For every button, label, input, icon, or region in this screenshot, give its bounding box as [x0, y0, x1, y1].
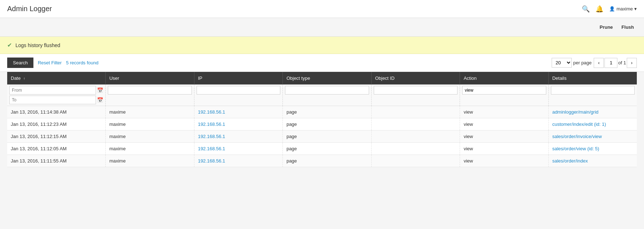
cell-action: view [460, 155, 549, 167]
cell-ip[interactable]: 192.168.56.1 [194, 118, 283, 130]
per-page-wrap: 20 50 100 per page [552, 58, 592, 68]
table-row: Jan 13, 2016, 11:11:55 AMmaxime192.168.5… [7, 155, 637, 167]
cell-details[interactable]: sales/order/index [548, 155, 637, 167]
search-bar-right: 20 50 100 per page ‹ of 1 › [552, 58, 637, 68]
link-ip[interactable]: 192.168.56.1 [198, 158, 225, 164]
pagination: ‹ of 1 › [594, 58, 637, 68]
col-details[interactable]: Details [548, 72, 637, 84]
calendar-from-icon[interactable]: 📅 [97, 87, 103, 93]
bell-icon[interactable]: 🔔 [595, 5, 603, 13]
table-row: Jan 13, 2016, 11:12:23 AMmaxime192.168.5… [7, 118, 637, 130]
total-pages: of 1 [618, 60, 626, 65]
calendar-to-icon[interactable]: 📅 [97, 97, 103, 103]
cell-ip[interactable]: 192.168.56.1 [194, 143, 283, 155]
user-menu[interactable]: 👤 maxime ▾ [609, 6, 637, 12]
top-bar: Admin Logger 🔍 🔔 👤 maxime ▾ [0, 0, 644, 18]
search-icon[interactable]: 🔍 [582, 5, 590, 13]
per-page-select[interactable]: 20 50 100 [552, 58, 572, 68]
cell-object_id [371, 143, 460, 155]
table-wrap: Date ↑ User IP Object type Object ID Act… [0, 72, 644, 174]
notification-message: Logs history flushed [15, 42, 60, 48]
cell-object_id [371, 118, 460, 130]
table-row: Jan 13, 2016, 11:14:38 AMmaxime192.168.5… [7, 106, 637, 118]
user-filter-input[interactable] [108, 86, 192, 95]
link-details[interactable]: sales/order/invoice/view [552, 134, 602, 139]
cell-date: Jan 13, 2016, 11:12:23 AM [7, 118, 106, 130]
link-ip[interactable]: 192.168.56.1 [198, 146, 225, 151]
cell-ip[interactable]: 192.168.56.1 [194, 130, 283, 143]
col-object-id[interactable]: Object ID [371, 72, 460, 84]
col-date[interactable]: Date ↑ [7, 72, 106, 84]
cell-object_type: page [283, 130, 372, 143]
flush-button[interactable]: Flush [618, 22, 637, 32]
table-header-row: Date ↑ User IP Object type Object ID Act… [7, 72, 637, 84]
cell-details[interactable]: sales/order/view (id: 5) [548, 143, 637, 155]
cell-object_type: page [283, 155, 372, 167]
link-details[interactable]: sales/order/index [552, 158, 588, 164]
link-ip[interactable]: 192.168.56.1 [198, 134, 225, 139]
filter-date-cell: 📅 📅 [7, 84, 106, 106]
details-filter-input[interactable] [551, 86, 635, 95]
cell-details[interactable]: customer/index/edit (id: 1) [548, 118, 637, 130]
cell-details[interactable]: sales/order/invoice/view [548, 130, 637, 143]
table-row: Jan 13, 2016, 11:12:05 AMmaxime192.168.5… [7, 143, 637, 155]
page-title: Admin Logger [7, 5, 52, 13]
cell-user: maxime [106, 143, 194, 155]
cell-object_id [371, 106, 460, 118]
date-from-input[interactable] [9, 86, 96, 95]
cell-object_type: page [283, 106, 372, 118]
col-object-type[interactable]: Object type [283, 72, 372, 84]
filter-ip-cell [194, 84, 283, 106]
top-bar-right: 🔍 🔔 👤 maxime ▾ [582, 5, 637, 13]
cell-object_id [371, 155, 460, 167]
notification-bar: ✔ Logs history flushed [0, 37, 644, 54]
action-filter-input[interactable] [462, 86, 546, 95]
link-details[interactable]: sales/order/view (id: 5) [552, 146, 599, 151]
col-user[interactable]: User [106, 72, 194, 84]
dropdown-icon: ▾ [634, 6, 637, 12]
filter-row: 📅 📅 [7, 84, 637, 106]
filter-action-cell [460, 84, 549, 106]
current-page-input[interactable] [604, 58, 617, 68]
toolbar: Prune Flush [0, 18, 644, 37]
table-row: Jan 13, 2016, 11:12:15 AMmaxime192.168.5… [7, 130, 637, 143]
prune-button[interactable]: Prune [597, 22, 616, 32]
cell-ip[interactable]: 192.168.56.1 [194, 106, 283, 118]
cell-action: view [460, 118, 549, 130]
search-button[interactable]: Search [7, 58, 33, 68]
logs-table: Date ↑ User IP Object type Object ID Act… [7, 72, 637, 167]
cell-action: view [460, 130, 549, 143]
cell-action: view [460, 143, 549, 155]
filter-object-id-cell [371, 84, 460, 106]
cell-user: maxime [106, 130, 194, 143]
cell-user: maxime [106, 155, 194, 167]
cell-date: Jan 13, 2016, 11:12:05 AM [7, 143, 106, 155]
prev-page-button[interactable]: ‹ [594, 58, 604, 68]
link-ip[interactable]: 192.168.56.1 [198, 122, 225, 127]
reset-filter-link[interactable]: Reset Filter [38, 60, 61, 65]
link-details[interactable]: adminlogger/main/grid [552, 109, 599, 115]
check-icon: ✔ [7, 42, 12, 49]
per-page-label: per page [573, 60, 592, 65]
date-to-input[interactable] [9, 96, 96, 104]
cell-object_type: page [283, 118, 372, 130]
link-details[interactable]: customer/index/edit (id: 1) [552, 122, 606, 127]
cell-details[interactable]: adminlogger/main/grid [548, 106, 637, 118]
records-count: 5 records found [66, 60, 98, 65]
filter-user-cell [106, 84, 194, 106]
link-ip[interactable]: 192.168.56.1 [198, 109, 225, 115]
filter-object-type-cell [283, 84, 372, 106]
ip-filter-input[interactable] [197, 86, 281, 95]
cell-user: maxime [106, 118, 194, 130]
sort-icon-date: ↑ [23, 77, 25, 81]
cell-date: Jan 13, 2016, 11:14:38 AM [7, 106, 106, 118]
cell-action: view [460, 106, 549, 118]
col-ip[interactable]: IP [194, 72, 283, 84]
next-page-button[interactable]: › [627, 58, 637, 68]
cell-user: maxime [106, 106, 194, 118]
cell-ip[interactable]: 192.168.56.1 [194, 155, 283, 167]
object-type-filter-input[interactable] [285, 86, 369, 95]
user-name: maxime [616, 6, 633, 12]
object-id-filter-input[interactable] [374, 86, 458, 95]
col-action[interactable]: Action [460, 72, 549, 84]
